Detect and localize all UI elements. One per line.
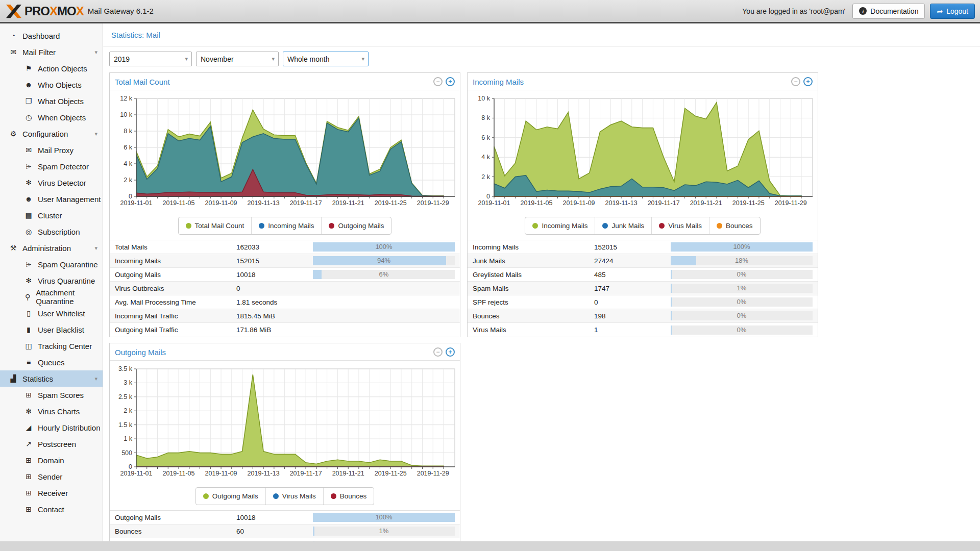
sidebar-item-label: Statistics: [22, 374, 53, 383]
legend-dot-icon: [717, 223, 722, 229]
sidebar-item-contact[interactable]: ⊞Contact: [0, 501, 103, 517]
chart-line-icon: ↗: [22, 440, 35, 448]
sidebar-item-label: Virus Detector: [38, 179, 86, 187]
sidebar-item-spam-quarantine[interactable]: ⌲Spam Quarantine: [0, 256, 103, 272]
svg-text:8 k: 8 k: [124, 128, 132, 135]
sidebar-item-spam-scores[interactable]: ⊞Spam Scores: [0, 387, 103, 403]
sidebar-item-postscreen[interactable]: ↗Postscreen: [0, 436, 103, 452]
sidebar-item-sender[interactable]: ⊞Sender: [0, 468, 103, 485]
legend-item-virus-mails[interactable]: Virus Mails: [651, 217, 709, 234]
table-row: Incoming Mails15201594%: [110, 254, 460, 268]
expand-panel-icon[interactable]: +: [803, 77, 813, 86]
sidebar-item-label: Sender: [38, 472, 62, 481]
collapse-panel-icon[interactable]: −: [433, 77, 443, 86]
sidebar-item-label: Administration: [22, 244, 71, 253]
year-select[interactable]: 2019 ▾: [109, 52, 192, 66]
sidebar-item-virus-quarantine[interactable]: ✻Virus Quarantine: [0, 272, 103, 289]
chart-bar-icon: ▟: [7, 374, 19, 383]
sidebar-item-hourly-distribution[interactable]: ◢Hourly Distribution: [0, 419, 103, 436]
sidebar-item-mail-filter[interactable]: ✉Mail Filter▾: [0, 44, 103, 60]
legend-label: Outgoing Mails: [338, 222, 384, 230]
svg-text:2019-11-25: 2019-11-25: [375, 199, 407, 207]
stat-percent-label: 1%: [313, 527, 455, 536]
sidebar-item-cluster[interactable]: ▤Cluster: [0, 207, 103, 223]
legend-item-outgoing-mails[interactable]: Outgoing Mails: [196, 488, 265, 505]
sidebar-item-domain[interactable]: ⊞Domain: [0, 452, 103, 468]
sidebar-item-spam-detector[interactable]: ⌲Spam Detector: [0, 158, 103, 174]
content-title-bar: Statistics: Mail: [103, 23, 980, 46]
svg-text:2019-11-21: 2019-11-21: [332, 470, 364, 477]
svg-text:2019-11-17: 2019-11-17: [290, 470, 322, 477]
legend-label: Virus Mails: [668, 222, 702, 230]
sidebar-item-dashboard[interactable]: ◔Dashboard: [0, 28, 103, 44]
collapse-panel-icon[interactable]: −: [433, 347, 443, 357]
range-select[interactable]: Whole month ▾: [283, 52, 369, 66]
legend-item-total-mail-count[interactable]: Total Mail Count: [179, 217, 252, 234]
svg-text:10 k: 10 k: [120, 111, 132, 118]
chevron-down-icon[interactable]: ▾: [94, 375, 97, 382]
sidebar-item-who-objects[interactable]: ☻Who Objects: [0, 77, 103, 93]
stat-value: 198: [594, 312, 671, 320]
sidebar-item-statistics[interactable]: ▟Statistics▾: [0, 370, 103, 387]
month-select[interactable]: November ▾: [196, 52, 279, 66]
sidebar-item-what-objects[interactable]: ❒What Objects: [0, 93, 103, 109]
product-version: Mail Gateway 6.1-2: [88, 7, 154, 15]
sidebar-item-user-whitelist[interactable]: ▯User Whitelist: [0, 305, 103, 321]
documentation-button[interactable]: i Documentation: [852, 4, 925, 19]
stat-value: 152015: [236, 257, 313, 265]
expand-panel-icon[interactable]: +: [446, 77, 455, 86]
sidebar-item-virus-charts[interactable]: ✻Virus Charts: [0, 403, 103, 419]
sidebar-item-tracking-center[interactable]: ◫Tracking Center: [0, 338, 103, 354]
sidebar-item-when-objects[interactable]: ◷When Objects: [0, 109, 103, 126]
sidebar-item-virus-detector[interactable]: ✻Virus Detector: [0, 174, 103, 191]
logout-button[interactable]: ➦ Logout: [930, 4, 975, 19]
legend-item-junk-mails[interactable]: Junk Mails: [595, 217, 651, 234]
file-solid-icon: ▮: [22, 325, 35, 334]
sidebar-item-queues[interactable]: ≡Queues: [0, 354, 103, 370]
chevron-down-icon[interactable]: ▾: [94, 245, 97, 252]
sidebar-item-receiver[interactable]: ⊞Receiver: [0, 485, 103, 501]
legend-dot-icon: [331, 493, 336, 499]
sidebar-item-mail-proxy[interactable]: ✉Mail Proxy: [0, 142, 103, 158]
legend-item-bounces[interactable]: Bounces: [323, 488, 374, 505]
legend-item-bounces[interactable]: Bounces: [709, 217, 760, 234]
sidebar-item-user-management[interactable]: ☻User Management: [0, 191, 103, 207]
svg-text:1.5 k: 1.5 k: [118, 421, 133, 429]
svg-text:2019-11-01: 2019-11-01: [120, 470, 152, 477]
sidebar-item-subscription[interactable]: ◎Subscription: [0, 223, 103, 240]
sidebar-item-label: Contact: [38, 505, 64, 514]
incoming-mails-table: Incoming Mails152015100%Junk Mails274241…: [468, 240, 818, 337]
panel-title: Incoming Mails: [473, 78, 524, 86]
legend-dot-icon: [602, 223, 608, 229]
filter-toolbar: 2019 ▾ November ▾ Whole month ▾: [103, 46, 980, 67]
panel-title: Outgoing Mails: [115, 348, 166, 357]
legend-item-outgoing-mails[interactable]: Outgoing Mails: [321, 217, 391, 234]
sidebar-item-action-objects[interactable]: ⚑Action Objects: [0, 60, 103, 77]
stat-value: 10018: [236, 271, 313, 279]
table-row: Virus Mails00%: [110, 538, 460, 541]
proxmox-x-icon: [5, 4, 22, 19]
svg-text:0: 0: [129, 193, 132, 200]
sidebar-item-administration[interactable]: ⚒Administration▾: [0, 240, 103, 256]
legend-item-incoming-mails[interactable]: Incoming Mails: [525, 217, 595, 234]
panel-incoming-mails: Incoming Mails − + 02 k4 k6 k8 k10 k2019…: [467, 72, 818, 337]
chevron-down-icon[interactable]: ▾: [94, 131, 97, 137]
legend-item-incoming-mails[interactable]: Incoming Mails: [251, 217, 321, 234]
sidebar-item-attachment-quarantine[interactable]: ⚲Attachment Quarantine: [0, 289, 103, 305]
sidebar-item-user-blacklist[interactable]: ▮User Blacklist: [0, 321, 103, 338]
stat-percent-label: 94%: [313, 256, 455, 265]
legend-label: Virus Mails: [282, 492, 316, 500]
documentation-label: Documentation: [870, 7, 918, 15]
sidebar-item-configuration[interactable]: ⚙Configuration▾: [0, 126, 103, 142]
legend-item-virus-mails[interactable]: Virus Mails: [265, 488, 323, 505]
stat-percent-label: 0%: [671, 325, 813, 335]
stat-percent-label: 6%: [313, 270, 455, 279]
chevron-down-icon[interactable]: ▾: [94, 49, 97, 56]
svg-text:0: 0: [129, 463, 132, 470]
table-row: Virus Outbreaks0: [110, 282, 460, 295]
expand-panel-icon[interactable]: +: [446, 347, 455, 357]
collapse-panel-icon[interactable]: −: [791, 77, 800, 86]
chevron-down-icon: ▾: [272, 56, 275, 62]
sidebar-item-label: Spam Quarantine: [38, 260, 98, 269]
proxmox-logo: PROXMOX: [5, 4, 84, 19]
